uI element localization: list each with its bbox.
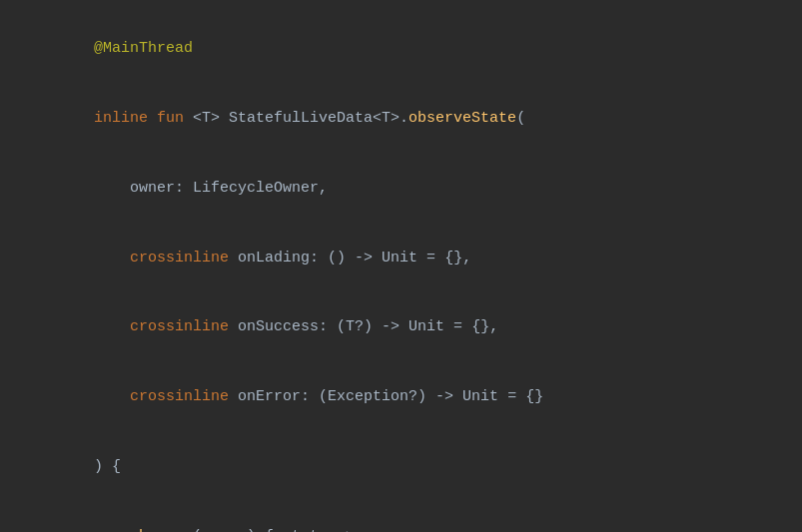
code-container: @MainThread inline fun <T> StatefulLiveD…	[0, 0, 802, 532]
code-line-4: crossinline onLading: () -> Unit = {},	[40, 223, 802, 292]
code-line-1: @MainThread	[40, 14, 802, 84]
code-line-5: crossinline onSuccess: (T?) -> Unit = {}…	[40, 292, 802, 362]
code-line-2: inline fun <T> StatefulLiveData<T>.obser…	[40, 84, 802, 154]
code-line-6: crossinline onError: (Exception?) -> Uni…	[40, 362, 802, 432]
code-line-3: owner: LifecycleOwner,	[40, 154, 802, 224]
code-line-8: observe(owner) { state ->	[40, 501, 802, 532]
code-line-7: ) {	[40, 432, 802, 502]
